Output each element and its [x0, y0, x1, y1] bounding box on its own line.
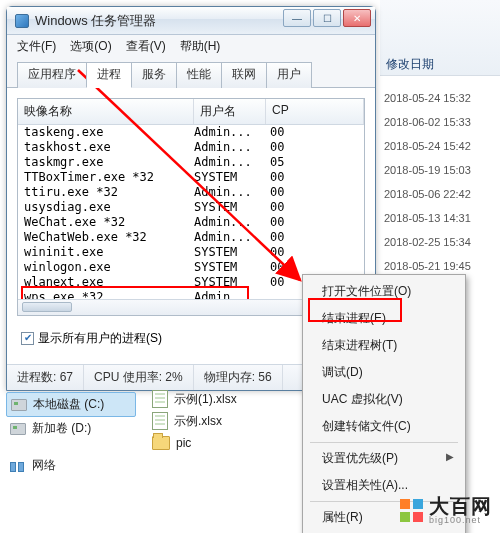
cell-user: Admin... — [194, 215, 266, 230]
show-all-users-label: 显示所有用户的进程(S) — [38, 330, 162, 347]
cell-image: TTBoxTimer.exe *32 — [18, 170, 194, 185]
tab-2[interactable]: 服务 — [131, 62, 177, 88]
cell-cpu: 00 — [266, 185, 364, 200]
tab-3[interactable]: 性能 — [176, 62, 222, 88]
menu-item[interactable]: 查看(V) — [126, 38, 166, 55]
status-cpu-usage: CPU 使用率: 2% — [84, 365, 194, 390]
cell-image: taskeng.exe — [18, 125, 194, 140]
annotation-box-end-process — [308, 298, 402, 322]
context-item[interactable]: UAC 虚拟化(V) — [306, 386, 462, 413]
taskmgr-icon — [15, 14, 29, 28]
file-label: pic — [176, 436, 191, 450]
table-row[interactable]: usysdiag.exeSYSTEM00 — [18, 200, 364, 215]
tree-item-drive-d[interactable]: 新加卷 (D:) — [6, 417, 136, 440]
tab-5[interactable]: 用户 — [266, 62, 312, 88]
tab-1[interactable]: 进程 — [86, 62, 132, 88]
hscroll-thumb[interactable] — [22, 302, 72, 312]
cell-cpu: 00 — [266, 230, 364, 245]
tree-label: 网络 — [32, 457, 56, 474]
context-item[interactable]: 结束进程树(T) — [306, 332, 462, 359]
table-row[interactable]: winlogon.exeSYSTEM00 — [18, 260, 364, 275]
cell-user: SYSTEM — [194, 260, 266, 275]
table-row[interactable]: taskhost.exeAdmin...00 — [18, 140, 364, 155]
cell-image: ttiru.exe *32 — [18, 185, 194, 200]
menubar: 文件(F)选项(O)查看(V)帮助(H) — [7, 35, 375, 57]
xlsx-icon — [152, 412, 168, 430]
file-label: 示例(1).xlsx — [174, 391, 237, 408]
tab-0[interactable]: 应用程序 — [17, 62, 87, 88]
cell-user: SYSTEM — [194, 200, 266, 215]
show-all-users-checkbox[interactable]: ✔ 显示所有用户的进程(S) — [21, 330, 162, 347]
titlebar[interactable]: Windows 任务管理器 — ☐ ✕ — [7, 7, 375, 35]
menu-item[interactable]: 文件(F) — [17, 38, 56, 55]
status-memory: 物理内存: 56 — [194, 365, 283, 390]
context-item[interactable]: 创建转储文件(C) — [306, 413, 462, 440]
date-cell: 2018-05-24 15:32 — [384, 86, 500, 110]
maximize-button[interactable]: ☐ — [313, 9, 341, 27]
col-cpu[interactable]: CP — [266, 99, 364, 124]
window-title: Windows 任务管理器 — [35, 12, 156, 30]
logo-text-cn: 大百网 — [429, 496, 492, 516]
date-cell: 2018-05-24 15:42 — [384, 134, 500, 158]
context-item[interactable]: 设置优先级(P)▶ — [306, 445, 462, 472]
menu-item[interactable]: 选项(O) — [70, 38, 111, 55]
file-list: 示例(1).xlsx示例.xlsxpic — [152, 388, 292, 454]
date-cell: 2018-05-13 14:31 — [384, 206, 500, 230]
cell-user: Admin... — [194, 155, 266, 170]
menu-item[interactable]: 帮助(H) — [180, 38, 221, 55]
cell-image: WeChatWeb.exe *32 — [18, 230, 194, 245]
cell-cpu: 00 — [266, 215, 364, 230]
explorer-column-header[interactable]: 修改日期 — [380, 0, 500, 76]
cell-cpu: 00 — [266, 200, 364, 215]
context-item[interactable]: 调试(D) — [306, 359, 462, 386]
file-item[interactable]: 示例(1).xlsx — [152, 388, 292, 410]
network-icon — [10, 458, 26, 474]
watermark-logo: 大百网 big100.net — [400, 496, 492, 525]
cell-image: taskhost.exe — [18, 140, 194, 155]
table-header-row: 映像名称 用户名 CP — [18, 99, 364, 125]
date-cell: 2018-05-19 15:03 — [384, 158, 500, 182]
table-row[interactable]: taskmgr.exeAdmin...05 — [18, 155, 364, 170]
folder-icon — [152, 436, 170, 450]
nav-tree: 本地磁盘 (C:) 新加卷 (D:) 网络 — [6, 392, 136, 477]
cell-image: winlogon.exe — [18, 260, 194, 275]
col-user-name[interactable]: 用户名 — [194, 99, 266, 124]
cell-user: Admin... — [194, 185, 266, 200]
table-row[interactable]: ttiru.exe *32Admin...00 — [18, 185, 364, 200]
checkbox-icon: ✔ — [21, 332, 34, 345]
file-item[interactable]: pic — [152, 432, 292, 454]
cell-image: taskmgr.exe — [18, 155, 194, 170]
drive-icon — [11, 399, 27, 411]
logo-icon — [400, 499, 423, 522]
cell-user: Admin... — [194, 125, 266, 140]
cell-cpu: 00 — [266, 140, 364, 155]
cell-image: wininit.exe — [18, 245, 194, 260]
cell-user: SYSTEM — [194, 170, 266, 185]
col-image-name[interactable]: 映像名称 — [18, 99, 194, 124]
cell-user: Admin... — [194, 230, 266, 245]
file-item[interactable]: 示例.xlsx — [152, 410, 292, 432]
cell-user: SYSTEM — [194, 245, 266, 260]
cell-cpu: 00 — [266, 260, 364, 275]
table-row[interactable]: wininit.exeSYSTEM00 — [18, 245, 364, 260]
xlsx-icon — [152, 390, 168, 408]
cell-image: usysdiag.exe — [18, 200, 194, 215]
tree-item-drive-c[interactable]: 本地磁盘 (C:) — [6, 392, 136, 417]
table-row[interactable]: WeChatWeb.exe *32Admin...00 — [18, 230, 364, 245]
tab-4[interactable]: 联网 — [221, 62, 267, 88]
cell-cpu: 00 — [266, 245, 364, 260]
logo-text-en: big100.net — [429, 516, 492, 525]
tree-label: 本地磁盘 (C:) — [33, 396, 104, 413]
date-cell: 2018-05-06 22:42 — [384, 182, 500, 206]
tabbar: 应用程序进程服务性能联网用户 — [7, 57, 375, 88]
table-row[interactable]: taskeng.exeAdmin...00 — [18, 125, 364, 140]
context-separator — [310, 442, 458, 443]
table-row[interactable]: WeChat.exe *32Admin...00 — [18, 215, 364, 230]
drive-icon — [10, 423, 26, 435]
tree-item-network[interactable]: 网络 — [6, 454, 136, 477]
status-process-count: 进程数: 67 — [7, 365, 84, 390]
date-cell: 2018-02-25 15:34 — [384, 230, 500, 254]
close-button[interactable]: ✕ — [343, 9, 371, 27]
table-row[interactable]: TTBoxTimer.exe *32SYSTEM00 — [18, 170, 364, 185]
minimize-button[interactable]: — — [283, 9, 311, 27]
